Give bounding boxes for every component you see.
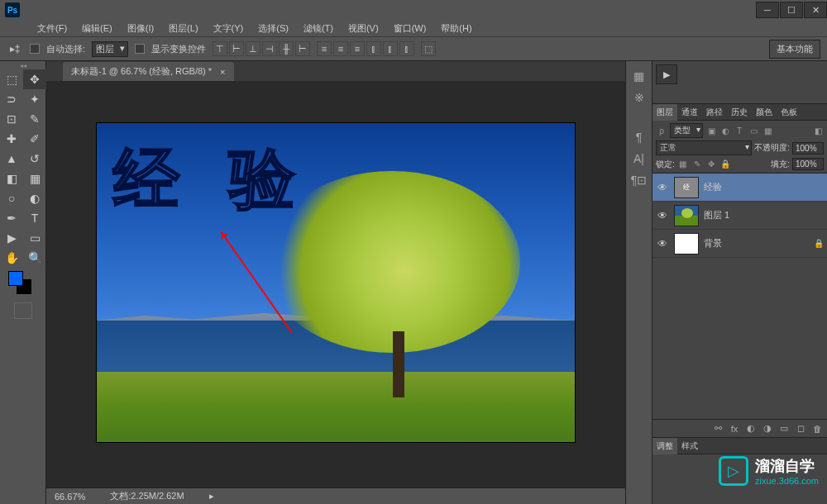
- tab-channels[interactable]: 通道: [677, 104, 702, 121]
- filter-pixel-icon[interactable]: ▣: [705, 125, 717, 136]
- layer-item[interactable]: 👁 背景 🔒: [653, 230, 827, 258]
- menu-edit[interactable]: 编辑(E): [78, 21, 117, 36]
- eyedropper-tool[interactable]: ✎: [23, 109, 46, 129]
- layer-name[interactable]: 图层 1: [704, 209, 824, 221]
- character-panel-icon[interactable]: ¶: [629, 127, 650, 147]
- lock-position-icon[interactable]: ✥: [705, 159, 717, 170]
- layer-name[interactable]: 经验: [704, 181, 824, 193]
- layer-item[interactable]: 👁 经 经验: [653, 174, 827, 202]
- eraser-tool[interactable]: ◧: [0, 169, 23, 188]
- menu-help[interactable]: 帮助(H): [437, 21, 476, 36]
- align-hcenter-icon[interactable]: ╫: [279, 41, 294, 56]
- dodge-tool[interactable]: ◐: [23, 188, 46, 208]
- hand-tool[interactable]: ✋: [0, 248, 23, 268]
- toolbox-handle[interactable]: ◂◂: [0, 61, 45, 69]
- adjustment-layer-icon[interactable]: ◑: [761, 422, 774, 435]
- move-tool[interactable]: ✥: [23, 69, 46, 89]
- foreground-color[interactable]: [8, 271, 23, 286]
- history-panel-icon[interactable]: ▦: [629, 66, 650, 86]
- lock-transparency-icon[interactable]: ▦: [677, 159, 689, 170]
- distribute-hcenter-icon[interactable]: ⫿: [383, 41, 398, 56]
- canvas-viewport[interactable]: 经 验 66.67% 文档:2.25M/2.62M ▸: [46, 81, 625, 504]
- styles-panel-icon[interactable]: ¶⊡: [629, 170, 650, 190]
- tab-close-icon[interactable]: ×: [220, 67, 225, 77]
- align-vcenter-icon[interactable]: ⊢: [229, 41, 244, 56]
- opacity-input[interactable]: 100%: [792, 142, 824, 155]
- doc-size[interactable]: 文档:2.25M/2.62M: [110, 490, 184, 502]
- filter-shape-icon[interactable]: ▭: [748, 125, 759, 136]
- tab-swatch[interactable]: 色板: [777, 104, 801, 121]
- canvas[interactable]: 经 验: [96, 122, 576, 443]
- menu-window[interactable]: 窗口(W): [390, 21, 431, 36]
- heal-tool[interactable]: ✚: [0, 129, 23, 149]
- distribute-left-icon[interactable]: ⫿: [366, 41, 381, 56]
- layer-filter-kind[interactable]: 类型: [670, 123, 703, 138]
- lock-paint-icon[interactable]: ✎: [691, 159, 703, 170]
- pen-tool[interactable]: ✒: [0, 208, 23, 228]
- distribute-bottom-icon[interactable]: ≡: [350, 41, 365, 56]
- type-tool[interactable]: T: [23, 208, 46, 228]
- workspace-switcher[interactable]: 基本功能: [769, 40, 820, 59]
- close-button[interactable]: ✕: [804, 2, 827, 18]
- lasso-tool[interactable]: ⊃: [0, 89, 23, 109]
- blend-mode-select[interactable]: 正常: [656, 140, 752, 155]
- layer-thumb[interactable]: 经: [674, 177, 699, 198]
- show-transform-checkbox[interactable]: [135, 44, 145, 54]
- layer-name[interactable]: 背景: [704, 237, 809, 250]
- crop-tool[interactable]: ⊡: [0, 109, 23, 129]
- visibility-icon[interactable]: 👁: [656, 210, 669, 221]
- menu-file[interactable]: 文件(F): [33, 21, 71, 36]
- 3d-mode-icon[interactable]: ⬚: [421, 41, 436, 56]
- layer-item[interactable]: 👁 图层 1: [653, 202, 827, 230]
- menu-layer[interactable]: 图层(L): [165, 21, 202, 36]
- maximize-button[interactable]: ☐: [780, 2, 803, 18]
- menu-image[interactable]: 图像(I): [123, 21, 158, 36]
- filter-toggle-icon[interactable]: ◧: [812, 125, 824, 136]
- distribute-right-icon[interactable]: ⫿: [399, 41, 414, 56]
- wand-tool[interactable]: ✦: [23, 89, 46, 109]
- visibility-icon[interactable]: 👁: [656, 238, 669, 250]
- filter-type-icon[interactable]: T: [734, 125, 745, 136]
- gradient-tool[interactable]: ▦: [23, 169, 46, 188]
- layer-thumb[interactable]: [674, 233, 699, 254]
- status-arrow-icon[interactable]: ▸: [209, 491, 214, 502]
- zoom-tool[interactable]: 🔍: [23, 248, 46, 268]
- paragraph-panel-icon[interactable]: A|: [629, 149, 650, 169]
- align-left-icon[interactable]: ⊣: [262, 41, 277, 56]
- tab-layers[interactable]: 图层: [653, 104, 677, 121]
- play-action-icon[interactable]: ▶: [656, 64, 677, 84]
- stamp-tool[interactable]: ▲: [0, 149, 23, 169]
- align-right-icon[interactable]: ⊢: [295, 41, 310, 56]
- align-bottom-icon[interactable]: ⊥: [246, 41, 261, 56]
- menu-filter[interactable]: 滤镜(T): [299, 21, 337, 36]
- tab-paths[interactable]: 路径: [702, 104, 727, 121]
- blur-tool[interactable]: ○: [0, 188, 23, 208]
- menu-type[interactable]: 文字(Y): [209, 21, 248, 36]
- filter-adjust-icon[interactable]: ◐: [719, 125, 731, 136]
- quickmask-button[interactable]: [14, 302, 32, 319]
- properties-panel-icon[interactable]: ※: [629, 88, 650, 107]
- path-select-tool[interactable]: ▶: [0, 228, 23, 248]
- document-tab[interactable]: 未标题-1 @ 66.7% (经验, RGB/8) * ×: [63, 62, 234, 81]
- marquee-tool[interactable]: ⬚: [0, 69, 23, 89]
- menu-select[interactable]: 选择(S): [254, 21, 293, 36]
- new-layer-icon[interactable]: ◻: [794, 422, 807, 435]
- tab-history[interactable]: 历史: [727, 104, 752, 121]
- group-icon[interactable]: ▭: [777, 422, 791, 435]
- distribute-vcenter-icon[interactable]: ≡: [333, 41, 348, 56]
- layer-style-icon[interactable]: fx: [728, 422, 741, 435]
- layer-mask-icon[interactable]: ◐: [744, 422, 758, 435]
- shape-tool[interactable]: ▭: [23, 228, 46, 248]
- lock-all-icon[interactable]: 🔒: [719, 159, 731, 170]
- menu-view[interactable]: 视图(V): [344, 21, 383, 36]
- filter-icon[interactable]: ρ: [656, 125, 667, 136]
- filter-smart-icon[interactable]: ▦: [762, 125, 773, 136]
- align-top-icon[interactable]: ⊤: [213, 41, 227, 56]
- auto-select-checkbox[interactable]: [30, 44, 40, 54]
- visibility-icon[interactable]: 👁: [656, 182, 669, 193]
- fill-input[interactable]: 100%: [792, 158, 824, 170]
- link-layers-icon[interactable]: ⚯: [711, 422, 724, 435]
- minimize-button[interactable]: ─: [756, 2, 779, 18]
- history-brush-tool[interactable]: ↺: [23, 149, 46, 169]
- brush-tool[interactable]: ✐: [23, 129, 46, 149]
